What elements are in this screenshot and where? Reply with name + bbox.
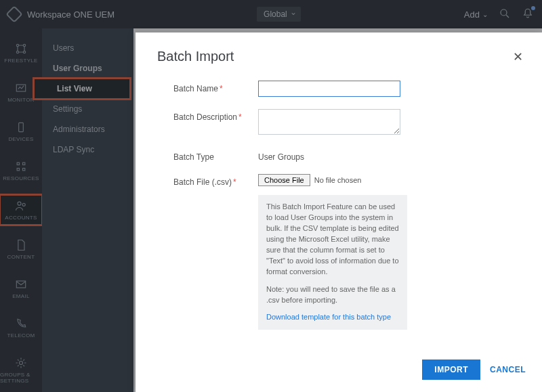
batch-type-label: Batch Type [173,149,258,162]
info-paragraph-2: Note: you will need to save the file as … [266,284,399,306]
info-box: This Batch Import Feature can be used to… [258,195,407,330]
modal-title: Batch Import [157,49,234,64]
info-paragraph-1: This Batch Import Feature can be used to… [266,202,399,278]
file-status: No file chosen [314,176,362,184]
batch-description-label: Batch Description* [173,109,258,122]
import-button[interactable]: IMPORT [422,360,480,380]
batch-file-label: Batch File (.csv)* [173,174,258,187]
batch-import-modal: Batch Import ✕ Batch Name* Batch Descrip… [136,32,542,392]
batch-name-input[interactable] [258,81,400,97]
choose-file-button[interactable]: Choose File [258,174,310,186]
cancel-button[interactable]: CANCEL [490,365,526,374]
batch-type-value: User Groups [258,149,304,162]
batch-description-input[interactable] [258,109,400,135]
close-icon[interactable]: ✕ [513,51,523,63]
batch-name-label: Batch Name* [173,81,258,93]
download-template-link[interactable]: Download template for this batch type [266,313,391,321]
